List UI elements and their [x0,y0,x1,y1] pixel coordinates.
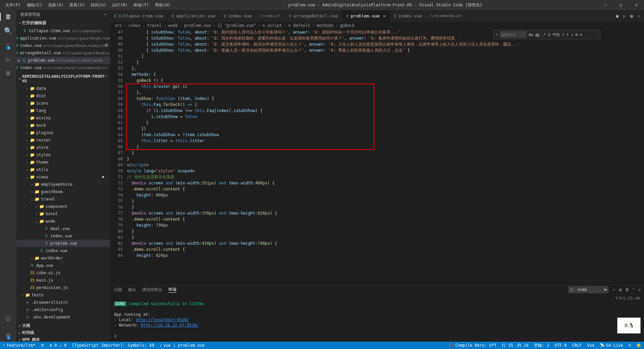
code-editor[interactable]: › Aaab.* 2 中的 ? ↑ ↓ ≡ ✕ 4748495051525354… [110,29,644,285]
split-editor-icon[interactable]: ▥ [631,14,633,18]
tree-item[interactable]: ›📁employeeVoice [16,181,110,188]
breadcrumb-item[interactable]: goBack [340,23,355,28]
npm-header[interactable]: ▸NPM 脚本 [16,336,110,342]
terminal-select[interactable]: 1: node [568,286,608,293]
status-ts-importer[interactable]: [TypeScript Importer]: Symbols: 68 [69,343,157,348]
project-header[interactable]: ▾ADMINDIGITALANALYSISPLATFORM-FRONT-H5 [16,73,110,84]
settings-gear-icon[interactable]: ⚙ [4,331,12,339]
status-problems[interactable]: ⊗ 0 ⚠ 0 [47,343,69,348]
tree-item[interactable]: ›📁router [16,136,110,144]
editor-tab[interactable]: Vindex.vue...\roomList [220,10,285,22]
extensions-icon[interactable]: ⊞ [4,69,12,77]
tree-item[interactable]: JScube-ui.js [16,269,110,277]
status-compile-hero[interactable]: 🚫 Compile Hero: Off [446,343,499,348]
breadcrumb-item[interactable]: views [128,23,141,28]
menu-item[interactable]: 选择(S) [45,1,66,9]
open-editor-item[interactable]: Vindex.vuesrc\views\guestRoom\roomListM [16,42,110,49]
local-url[interactable]: http://localhost:9528/ [136,317,189,322]
menu-item[interactable]: 运行(R) [109,1,130,9]
open-editor-item[interactable]: ×Vproblem.vuesrc\views\travel\wode [16,57,110,64]
more-icon[interactable]: ⋯ [638,14,640,18]
breadcrumb-item[interactable]: problem.vue [184,23,211,28]
panel-tab-terminal[interactable]: 终端 [168,287,176,293]
explorer-icon[interactable]: 🗎 [0,13,16,21]
breadcrumb-item[interactable]: wode [168,23,178,28]
tree-item[interactable]: ⌄📁views [16,173,110,181]
more-icon[interactable]: ⋯ [104,12,106,17]
menu-item[interactable]: 文件(F) [3,1,23,9]
breadcrumb-item[interactable]: src [115,23,122,28]
tree-item[interactable]: ›📁mixins [16,114,110,122]
breadcrumb-item[interactable]: ⊙ default [288,23,310,28]
tree-item[interactable]: ›📁dist [16,92,110,100]
tree-item[interactable]: ⌄📁travel [16,195,110,203]
status-feedback-icon[interactable]: ☺ [626,343,634,348]
breadcrumb-item[interactable]: methods [317,23,334,28]
status-eol[interactable]: CRLF [570,343,585,348]
tree-item[interactable]: Vindex.vue [16,232,110,240]
tree-item[interactable]: ›📁component [16,203,110,210]
open-editor-item[interactable]: Vindex.vuesrc\views\hotel\recommendList [16,64,110,71]
menu-item[interactable]: 编辑(E) [24,1,45,9]
status-sync[interactable]: ⟳ [38,343,47,348]
panel-tab-debug[interactable]: 调试控制台 [142,287,162,293]
maximize-icon[interactable]: ▢ [613,0,629,10]
breadcrumb[interactable]: src›views›travel›wode›problem.vue›{} "pr… [110,22,644,29]
tree-item[interactable]: ›📁workOrder [16,254,110,262]
search-icon[interactable]: 🔍 [4,27,12,35]
tree-item[interactable]: ›📁guestRoom [16,188,110,195]
panel-close-icon[interactable]: ✕ [638,287,641,292]
tree-item[interactable]: ›📁styles [16,151,110,159]
panel-up-icon[interactable]: ⌃ [633,287,635,292]
tree-item[interactable]: ⚙.browserslistrc [16,299,110,306]
open-editor-item[interactable]: Vapplication.vuesrc\views\guestRoom\room… [16,35,110,42]
tree-item[interactable]: ⌄📁wode [16,218,110,225]
status-golive[interactable]: 📡 Go Live [597,343,626,348]
tree-item[interactable]: ›📁tests [16,291,110,299]
run-icon[interactable]: ▷ [623,14,626,18]
tree-item[interactable]: ›📁mock [16,122,110,129]
tree-item[interactable]: ⚙.env.development [16,313,110,321]
minimap[interactable] [606,29,639,285]
menu-item[interactable]: 帮助(H) [152,1,173,9]
terminal-output[interactable]: 下午5:23:46 DONE Compiled successfully in … [110,294,644,342]
tree-item[interactable]: Vdeal.vue [16,225,110,232]
toggle-panel-icon[interactable]: ▣ [616,14,619,18]
kill-terminal-icon[interactable]: 🗑 [625,287,629,292]
tree-item[interactable]: JSpermission.js [16,284,110,291]
tree-item[interactable]: ›📁hotel [16,210,110,218]
timeline-header[interactable]: ▸时间线 [16,329,110,336]
new-terminal-icon[interactable]: ＋ [612,287,616,293]
open-editors-header[interactable]: ▾打开的编辑器 [16,19,110,26]
open-editor-item[interactable]: VarrangeDetail.vuesrc\views\guestRoom\or… [16,49,110,57]
editor-tab[interactable]: VCollapse-item.vue [110,10,167,22]
tree-item[interactable]: ›📁data [16,85,110,92]
tree-item[interactable]: ›📁theme [16,159,110,166]
breadcrumb-item[interactable]: travel [147,23,161,28]
tree-item[interactable]: JSmain.js [16,277,110,284]
editor-tab[interactable]: Vindex.vue...\recommendList [390,10,466,22]
menu-item[interactable]: 查看(V) [67,1,88,9]
status-cursor-pos[interactable]: 行 55，列 16 [499,343,531,348]
close-icon[interactable]: ✕ [629,0,644,10]
panel-tab-problems[interactable]: 问题 [114,287,122,293]
account-icon[interactable]: ◯ [4,314,12,322]
ime-indicator[interactable]: 英 🐧 [617,317,641,334]
tree-item[interactable]: ›📁icons [16,100,110,107]
status-language[interactable]: Vue [585,343,597,348]
status-spaces[interactable]: 空格: 2 [531,343,552,348]
menu-item[interactable]: 转到(G) [88,1,109,9]
minimize-icon[interactable]: — [598,0,613,10]
editor-tab[interactable]: VarrangeDetail.vue [285,10,342,22]
status-vue[interactable]: ✓ vue | problem.vue [157,343,207,348]
tree-item[interactable]: VApp.vue [16,262,110,269]
run-debug-icon[interactable]: ▷ [4,55,12,63]
panel-tab-output[interactable]: 输出 [128,287,136,293]
split-terminal-icon[interactable]: ▥ [619,287,622,292]
network-url[interactable]: http://10.18.22.47:9528/ [141,323,199,328]
menu-item[interactable]: 终端(T) [131,1,152,9]
status-encoding[interactable]: UTF-8 [552,343,569,348]
status-bell-icon[interactable]: 🔔 [634,343,644,348]
close-icon[interactable]: × [383,13,386,18]
editor-tab[interactable]: Vproblem.vue× [342,10,390,22]
